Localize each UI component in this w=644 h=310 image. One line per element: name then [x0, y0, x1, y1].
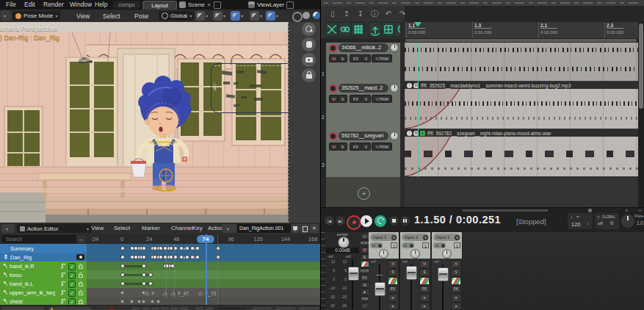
master-i-button[interactable]: i — [361, 303, 369, 309]
menu-view[interactable]: View — [91, 225, 104, 231]
pause-button[interactable] — [400, 216, 410, 226]
channel-toggles[interactable]: ✓ — [60, 289, 84, 297]
master-s-button[interactable]: S — [361, 254, 369, 261]
keyframe[interactable] — [148, 273, 153, 277]
keyframe[interactable] — [148, 281, 153, 286]
menu-text[interactable] — [629, 2, 638, 4]
keyframe[interactable] — [190, 246, 195, 250]
zoom-out-icon[interactable]: − — [638, 207, 642, 214]
lock-icon[interactable] — [78, 281, 84, 287]
strip-gear-button[interactable]: ⚙ — [419, 294, 430, 302]
channel-mode-box[interactable]: 1 — [454, 242, 460, 248]
playrate-knob[interactable] — [621, 214, 635, 228]
menu-view[interactable]: View — [76, 12, 90, 20]
undo-icon[interactable]: ↶ — [383, 8, 394, 19]
channel-toggles[interactable]: ✓ — [60, 281, 84, 288]
menu-text[interactable] — [401, 2, 410, 4]
wireframe-shading-icon[interactable] — [292, 12, 303, 22]
mode-dropdown[interactable]: Pose Mode ▾ — [12, 11, 60, 21]
dopesheet-lanes[interactable]: SummaryDan_Righand_ik.R✓torso✓hand_ik.L✓… — [0, 244, 321, 306]
go-to-end-button[interactable]: ▶| — [336, 216, 345, 226]
pivot-point-icon[interactable] — [231, 11, 240, 21]
menu-window[interactable]: Window — [70, 1, 92, 8]
open-project-icon[interactable]: ↥ — [341, 8, 352, 19]
zoom-tool-button[interactable] — [302, 22, 316, 36]
playback-button[interactable] — [132, 307, 140, 310]
marker-triangle[interactable]: △ — [145, 290, 149, 296]
menu-text[interactable] — [347, 2, 351, 4]
menu-text[interactable] — [438, 2, 442, 4]
automation-global-box[interactable]: ∿ GLOBAL off ⚙ — [595, 213, 619, 229]
keyframe[interactable] — [151, 300, 154, 303]
start-frame-field[interactable] — [276, 307, 296, 310]
track-name[interactable]: 592782__szegvari — [339, 131, 388, 140]
strip-fader-handle[interactable] — [406, 266, 417, 280]
action-editor-mode-dropdown[interactable]: Action Editor ▾ — [17, 224, 92, 233]
global-state[interactable]: off — [598, 221, 603, 226]
frame-field[interactable] — [217, 307, 245, 310]
channel-Dan_Rig[interactable]: Dan_Rig — [0, 253, 87, 262]
strip-route-button[interactable] — [451, 277, 461, 285]
playback-button[interactable] — [180, 307, 188, 310]
editor-type-dropdown[interactable]: ▾ — [1, 224, 15, 233]
gizmos-icon[interactable] — [266, 11, 275, 21]
pin-icon[interactable] — [3, 289, 8, 295]
proportional-edit-icon-dropdown[interactable]: ▾ — [206, 13, 208, 18]
strip-pan-knob[interactable] — [379, 249, 388, 259]
channel-toggles[interactable]: ✓ — [60, 298, 84, 306]
menu-file[interactable]: File — [6, 1, 16, 8]
keyframe[interactable] — [137, 300, 141, 303]
pan-tool-button[interactable] — [302, 37, 316, 51]
rendered-shading-icon[interactable] — [313, 12, 320, 19]
transport-position[interactable]: 1.1.50 / 0:00.251 — [414, 214, 501, 226]
record-input-mode[interactable]: in — [433, 242, 446, 248]
item-fx-button[interactable]: FX — [420, 83, 427, 88]
strip-gear-button[interactable]: ⚙ — [451, 294, 461, 302]
menu-edit[interactable]: Edit — [24, 1, 35, 8]
camera-view-button[interactable] — [302, 53, 316, 67]
strip-fx-button[interactable]: FX — [451, 286, 461, 294]
strip-s-button[interactable]: S — [419, 269, 430, 277]
playback-popover[interactable] — [1, 307, 44, 310]
snap-magnet-icon[interactable] — [213, 11, 222, 21]
character-dan[interactable] — [122, 75, 209, 222]
fade-in-curve[interactable] — [405, 89, 460, 129]
menu-text[interactable] — [424, 2, 433, 4]
channel-enable-checkbox[interactable]: ✓ — [68, 298, 76, 306]
fake-user-button[interactable] — [291, 224, 300, 233]
strip-gear-button[interactable]: ⚙ — [388, 294, 398, 302]
master-strip[interactable]: center 0.00dB -inf -inf 12126600-10-10-2… — [325, 232, 360, 310]
track-0-button[interactable]: 0 — [361, 54, 371, 62]
workspace-tab-compo[interactable]: compo — [113, 1, 140, 9]
strip-fader-handle[interactable] — [375, 282, 386, 296]
keyframe[interactable] — [120, 291, 124, 295]
master-trim-button[interactable]: TRIM — [361, 296, 369, 303]
menu-text[interactable] — [506, 2, 510, 4]
track-s-button[interactable]: S — [338, 143, 347, 151]
snap-magnet-icon-dropdown[interactable]: ▾ — [223, 13, 225, 18]
channel-Summary[interactable]: Summary — [0, 244, 87, 253]
track-name[interactable]: 34366__milicik..2 — [339, 43, 388, 52]
keyframe[interactable] — [142, 246, 146, 250]
menu-render[interactable]: Render — [43, 1, 64, 8]
channel-enable-checkbox[interactable]: ✓ — [68, 272, 76, 279]
pin-icon[interactable] — [3, 298, 8, 304]
arrange-area[interactable]: I M FX 352625__macdaddyno1__summer-insec… — [405, 43, 644, 207]
auto-key-button[interactable] — [109, 306, 115, 310]
viewport-3d[interactable]: Camera Perspective (4) Dan-Rig : Dan_Rig… — [0, 22, 321, 223]
menu-text[interactable] — [551, 2, 556, 4]
menu-pose[interactable]: Pose — [134, 12, 148, 20]
strip-folder-button[interactable]: ▲ — [419, 303, 430, 310]
menu-text[interactable] — [469, 2, 479, 4]
gizmos-icon-dropdown[interactable]: ▾ — [276, 13, 278, 18]
channel-mode-box[interactable]: 1 — [391, 242, 397, 248]
envelope-link-button[interactable] — [368, 22, 382, 37]
menu-text[interactable] — [378, 2, 388, 4]
channel-upper_arm_ik_target[interactable]: upper_arm_ik_target✓ — [0, 288, 87, 297]
transport-scrollbar[interactable] — [460, 209, 550, 212]
channel-torso[interactable]: torso✓ — [0, 270, 87, 279]
pivot-point-icon-dropdown[interactable]: ▾ — [241, 13, 243, 18]
keyframe[interactable] — [142, 255, 146, 259]
menu-text[interactable] — [597, 2, 601, 4]
current-frame-badge[interactable]: 74 — [197, 235, 214, 244]
